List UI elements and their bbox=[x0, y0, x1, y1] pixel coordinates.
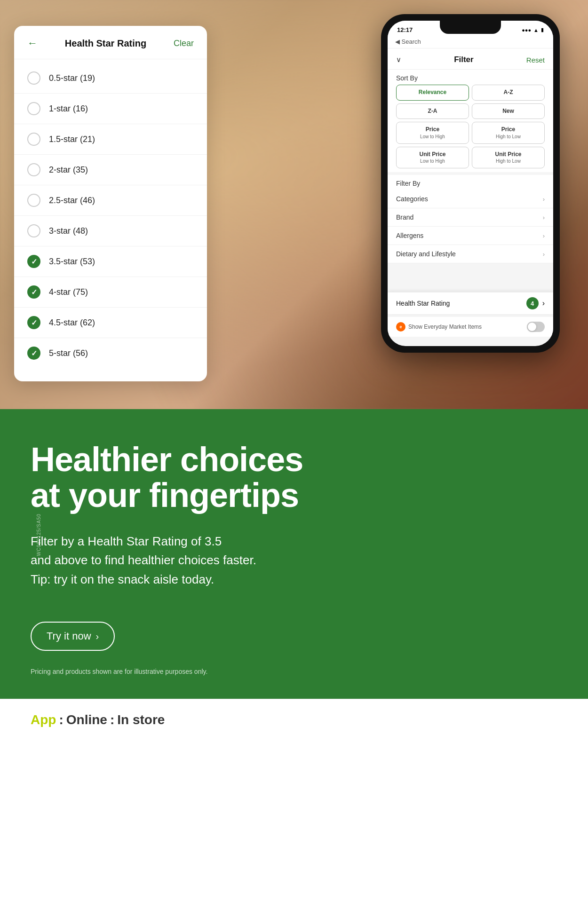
market-icon: e bbox=[396, 322, 405, 332]
filter-row-chevron: › bbox=[543, 232, 545, 239]
sub-text-line1: Filter by a Health Star Rating of 3.5 bbox=[31, 534, 222, 548]
sub-text: Filter by a Health Star Rating of 3.5 an… bbox=[31, 532, 350, 589]
hsr-item-label: 0.5-star (19) bbox=[49, 73, 95, 83]
hsr-list-item[interactable]: 4-star (75) bbox=[14, 277, 207, 308]
hsr-list-item[interactable]: 4.5-star (62) bbox=[14, 308, 207, 338]
filter-row-item[interactable]: Allergens› bbox=[388, 227, 553, 245]
hsr-radio[interactable] bbox=[27, 224, 40, 237]
sort-option-button[interactable]: Relevance bbox=[396, 85, 469, 101]
filter-row-chevron: › bbox=[543, 251, 545, 258]
phone-time: 12:17 bbox=[397, 26, 413, 33]
filter-row-label: Categories bbox=[396, 195, 428, 203]
hsr-list-item[interactable]: 5-star (56) bbox=[14, 338, 207, 368]
sort-option-button[interactable]: Z-A bbox=[396, 103, 469, 119]
hsr-row-right: 4 › bbox=[526, 297, 545, 309]
sort-option-button[interactable]: Unit PriceHigh to Low bbox=[472, 147, 545, 169]
hsr-back-icon[interactable]: ← bbox=[27, 37, 38, 49]
sort-option-button[interactable]: Unit PriceLow to High bbox=[396, 147, 469, 169]
hsr-radio[interactable] bbox=[27, 316, 40, 329]
show-market-row: e Show Everyday Market Items bbox=[388, 317, 553, 337]
bottom-section: App : Online : In store bbox=[0, 699, 588, 741]
sort-option-button[interactable]: PriceHigh to Low bbox=[472, 122, 545, 144]
filter-rows: Categories›Brand›Allergens›Dietary and L… bbox=[388, 190, 553, 263]
hsr-clear-button[interactable]: Clear bbox=[174, 39, 194, 48]
filter-row-item[interactable]: Dietary and Lifestyle› bbox=[388, 245, 553, 263]
hsr-item-label: 1.5-star (21) bbox=[49, 134, 95, 144]
battery-icon: ▮ bbox=[541, 27, 544, 33]
hsr-radio[interactable] bbox=[27, 71, 40, 85]
phone-filter-content: ∨ Filter Reset Sort By RelevanceA-ZZ-ANe… bbox=[388, 48, 553, 263]
main-headline: Healthier choices at your fingertips bbox=[31, 442, 557, 513]
green-inner: Healthier choices at your fingertips Fil… bbox=[31, 442, 557, 675]
phone-status-icons: ●●● ▲ ▮ bbox=[522, 27, 544, 33]
hsr-header: ← Health Star Rating Clear bbox=[14, 37, 207, 59]
sort-option-button[interactable]: PriceLow to High bbox=[396, 122, 469, 144]
hsr-radio[interactable] bbox=[27, 102, 40, 115]
sort-grid: RelevanceA-ZZ-ANewPriceLow to HighPriceH… bbox=[388, 85, 553, 172]
hsr-list-item[interactable]: 3.5-star (53) bbox=[14, 246, 207, 277]
channel-labels: App : Online : In store bbox=[31, 712, 557, 727]
hsr-radio[interactable] bbox=[27, 255, 40, 268]
try-btn-chevron: › bbox=[96, 631, 99, 642]
disclaimer-text: Pricing and products shown are for illus… bbox=[31, 668, 557, 675]
filter-reset-button[interactable]: Reset bbox=[526, 56, 545, 64]
filter-row-label: Brand bbox=[396, 213, 413, 221]
wifi-icon: ▲ bbox=[533, 27, 539, 33]
market-label-text: Show Everyday Market Items bbox=[408, 324, 482, 330]
hsr-item-label: 2.5-star (46) bbox=[49, 196, 95, 205]
phone-search-bar[interactable]: ◀ Search bbox=[388, 35, 553, 48]
hsr-item-label: 2-star (35) bbox=[49, 165, 88, 175]
filter-by-label: Filter By bbox=[388, 172, 553, 190]
hsr-radio[interactable] bbox=[27, 347, 40, 360]
hsr-radio[interactable] bbox=[27, 194, 40, 207]
hsr-item-label: 4-star (75) bbox=[49, 287, 88, 297]
channel-app-label: App bbox=[31, 712, 56, 727]
hsr-item-label: 5-star (56) bbox=[49, 348, 88, 358]
sub-text-line3: Tip: try it on the snack aisle today. bbox=[31, 572, 214, 586]
headline-line1: Healthier choices bbox=[31, 441, 303, 478]
hsr-list-item[interactable]: 1-star (16) bbox=[14, 94, 207, 124]
filter-row-label: Dietary and Lifestyle bbox=[396, 250, 456, 258]
hsr-list-item[interactable]: 0.5-star (19) bbox=[14, 63, 207, 94]
filter-chevron-icon: ∨ bbox=[396, 55, 401, 64]
filter-row-chevron: › bbox=[543, 196, 545, 203]
filter-row-chevron: › bbox=[543, 214, 545, 221]
hsr-badge: 4 bbox=[526, 297, 539, 309]
hsr-phone-row[interactable]: Health Star Rating 4 › bbox=[388, 292, 553, 314]
top-section: ← Health Star Rating Clear 0.5-star (19)… bbox=[0, 0, 588, 409]
phone-notch bbox=[440, 21, 501, 34]
sort-by-label: Sort By bbox=[388, 70, 553, 85]
hsr-list-item[interactable]: 2-star (35) bbox=[14, 155, 207, 185]
phone-screen: 12:17 ●●● ▲ ▮ ◀ Search ∨ bbox=[388, 21, 553, 346]
hsr-radio[interactable] bbox=[27, 133, 40, 146]
channel-sep2: : bbox=[110, 712, 114, 727]
hsr-item-label: 3-star (48) bbox=[49, 226, 88, 236]
search-back-label: ◀ Search bbox=[395, 38, 421, 45]
try-btn-label: Try it now bbox=[47, 630, 91, 642]
market-toggle[interactable] bbox=[527, 322, 545, 332]
green-section: Healthier choices at your fingertips Fil… bbox=[0, 409, 588, 699]
try-it-now-button[interactable]: Try it now › bbox=[31, 622, 115, 651]
hsr-radio[interactable] bbox=[27, 285, 40, 299]
hsr-radio[interactable] bbox=[27, 163, 40, 176]
channel-instore-label: In store bbox=[117, 712, 165, 727]
channel-online-label: Online bbox=[66, 712, 107, 727]
sub-text-line2: and above to find healthier choices fast… bbox=[31, 553, 256, 567]
hsr-row-chevron: › bbox=[542, 299, 545, 308]
hsr-item-label: 1-star (16) bbox=[49, 104, 88, 114]
sort-option-button[interactable]: A-Z bbox=[472, 85, 545, 101]
hsr-panel-title: Health Star Rating bbox=[65, 38, 146, 49]
hsr-item-label: 3.5-star (53) bbox=[49, 257, 95, 267]
hsr-list-item[interactable]: 1.5-star (21) bbox=[14, 124, 207, 155]
hsr-list-item[interactable]: 3-star (48) bbox=[14, 216, 207, 246]
channel-sep1: : bbox=[59, 712, 63, 727]
market-label: e Show Everyday Market Items bbox=[396, 322, 482, 332]
filter-row-item[interactable]: Brand› bbox=[388, 208, 553, 227]
hsr-panel: ← Health Star Rating Clear 0.5-star (19)… bbox=[14, 26, 207, 381]
filter-row-item[interactable]: Categories› bbox=[388, 190, 553, 208]
hsr-list-item[interactable]: 2.5-star (46) bbox=[14, 185, 207, 216]
sort-option-button[interactable]: New bbox=[472, 103, 545, 119]
hsr-phone-row-label: Health Star Rating bbox=[396, 300, 450, 307]
hsr-list: 0.5-star (19)1-star (16)1.5-star (21)2-s… bbox=[14, 59, 207, 368]
filter-header: ∨ Filter Reset bbox=[388, 48, 553, 70]
